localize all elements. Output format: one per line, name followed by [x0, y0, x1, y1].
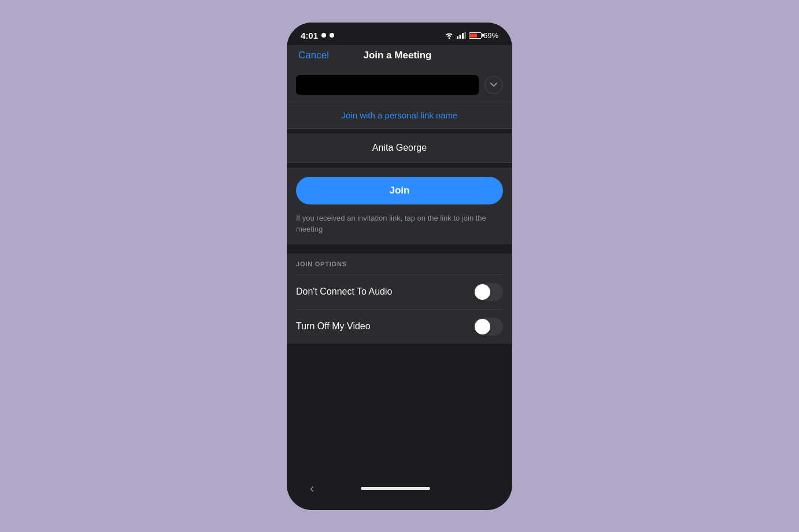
video-toggle-knob	[475, 319, 490, 334]
video-option-row: Turn Off My Video	[296, 309, 503, 344]
status-bar: 4:01 69%	[287, 23, 512, 45]
join-options-section: JOIN OPTIONS Don't Connect To Audio Turn…	[287, 254, 512, 344]
audio-toggle[interactable]	[474, 283, 503, 301]
svg-rect-1	[459, 35, 461, 39]
user-name-row: Anita George	[287, 133, 512, 163]
join-button[interactable]: Join	[296, 177, 503, 204]
status-icons: 69%	[445, 31, 498, 40]
status-dot-2	[330, 33, 334, 38]
dropdown-button[interactable]	[484, 76, 503, 94]
user-name-value: Anita George	[296, 143, 503, 153]
navigation-bar: Cancel Join a Meeting	[287, 45, 512, 68]
time-label: 4:01	[301, 31, 318, 40]
svg-rect-2	[462, 33, 464, 39]
signal-icon	[457, 32, 466, 39]
meeting-id-input-wrap	[296, 75, 479, 95]
home-indicator[interactable]	[361, 487, 430, 490]
audio-option-row: Don't Connect To Audio	[296, 274, 503, 309]
video-toggle[interactable]	[474, 318, 503, 336]
bottom-navigation: ‹	[287, 475, 512, 510]
meeting-id-row	[287, 68, 512, 102]
svg-rect-3	[464, 32, 466, 39]
status-dot-1	[321, 33, 326, 38]
chevron-down-icon	[490, 83, 497, 87]
personal-link-row[interactable]: Join with a personal link name	[287, 102, 512, 129]
cancel-button[interactable]: Cancel	[298, 50, 329, 61]
status-time: 4:01	[301, 31, 334, 40]
join-options-label: JOIN OPTIONS	[296, 261, 503, 267]
audio-option-label: Don't Connect To Audio	[296, 287, 392, 297]
audio-toggle-knob	[475, 284, 490, 300]
join-section: Join If you received an invitation link,…	[287, 168, 512, 244]
content-area: Join with a personal link name Anita Geo…	[287, 68, 512, 475]
personal-link-label[interactable]: Join with a personal link name	[342, 110, 458, 120]
video-option-label: Turn Off My Video	[296, 321, 371, 332]
back-button[interactable]: ‹	[310, 481, 314, 496]
page-title: Join a Meeting	[363, 50, 431, 61]
battery-fill	[470, 34, 477, 38]
battery-visual	[469, 32, 482, 39]
phone-frame: 4:01 69% Can	[287, 23, 512, 510]
invitation-hint: If you received an invitation link, tap …	[296, 213, 503, 235]
battery-percent: 69%	[483, 31, 498, 40]
meeting-id-input[interactable]	[296, 75, 479, 95]
wifi-icon	[445, 32, 454, 39]
svg-rect-0	[457, 36, 458, 39]
battery-indicator: 69%	[469, 31, 498, 40]
